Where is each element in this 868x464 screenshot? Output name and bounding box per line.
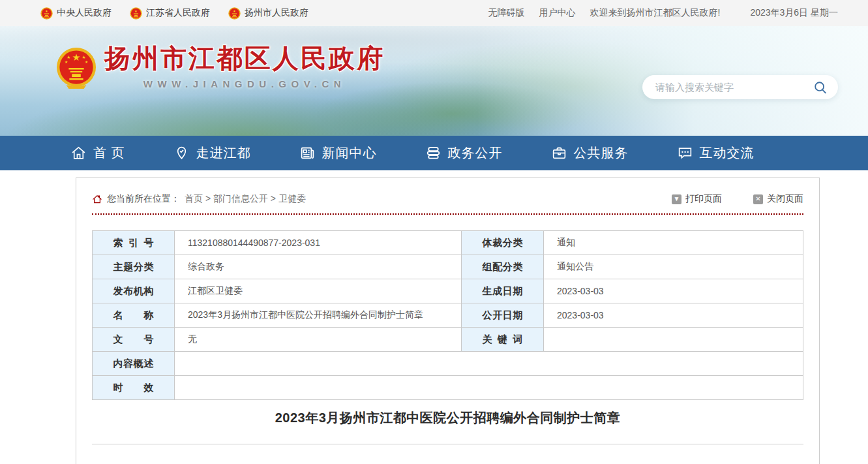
nav-label: 政务公开 xyxy=(448,144,503,162)
map-pin-icon xyxy=(173,145,190,161)
svg-text:★: ★ xyxy=(72,52,80,63)
gov-links: ★ 中央人民政府 ★ 江苏省人民政府 ★ 扬州市人民政府 xyxy=(40,7,308,20)
meta-label-cell: 发布机构 xyxy=(93,279,175,303)
gov-link-label: 中央人民政府 xyxy=(57,7,112,19)
site-brand[interactable]: ★ ★ ★ ★ ★ 扬州市江都区人民政府 WWW.JIANGDU.GOV.CN xyxy=(56,43,385,90)
chat-icon xyxy=(677,145,693,161)
meta-label-cell: 体裁分类 xyxy=(462,231,544,255)
meta-value-cell: 无 xyxy=(175,328,462,352)
site-banner: ★ ★ ★ ★ ★ 扬州市江都区人民政府 WWW.JIANGDU.GOV.CN xyxy=(0,26,868,136)
breadcrumb: 您当前所在位置： 首页 > 部门信息公开 > 卫健委 xyxy=(92,193,306,205)
svg-text:★: ★ xyxy=(65,60,68,64)
breadcrumb-prefix: 您当前所在位置： xyxy=(107,193,180,205)
breadcrumb-divider xyxy=(92,213,803,215)
link-jiangsu-gov[interactable]: ★ 江苏省人民政府 xyxy=(130,7,210,20)
meta-label-cell: 关键词 xyxy=(462,328,544,352)
link-yangzhou-gov[interactable]: ★ 扬州市人民政府 xyxy=(228,7,308,20)
meta-label-cell: 文号 xyxy=(93,328,175,352)
meta-value-cell: 综合政务 xyxy=(175,255,462,279)
breadcrumb-row: 您当前所在位置： 首页 > 部门信息公开 > 卫健委 ▼ 打印页面 ✕ 关闭页面 xyxy=(92,193,803,205)
svg-text:★: ★ xyxy=(134,8,138,12)
meta-value-cell xyxy=(544,328,803,352)
page-controls: ▼ 打印页面 ✕ 关闭页面 xyxy=(672,193,803,205)
print-icon: ▼ xyxy=(672,194,681,204)
meta-label-cell: 公开日期 xyxy=(462,303,544,328)
nav-about-jiangdu[interactable]: 走进江都 xyxy=(173,144,251,162)
topbar-right: 无障碍版 用户中心 欢迎来到扬州市江都区人民政府! 2023年3月6日 星期一 xyxy=(488,7,839,19)
briefcase-icon xyxy=(551,145,567,161)
nav-label: 走进江都 xyxy=(196,144,251,162)
meta-label-cell: 时效 xyxy=(93,376,175,400)
print-page-button[interactable]: ▼ 打印页面 xyxy=(672,193,722,205)
breadcrumb-separator: > xyxy=(268,193,278,204)
gov-link-label: 江苏省人民政府 xyxy=(146,7,210,19)
article-title: 2023年3月扬州市江都中医院公开招聘编外合同制护士简章 xyxy=(92,409,803,427)
breadcrumb-dept-info[interactable]: 部门信息公开 xyxy=(213,193,268,204)
nav-label: 互动交流 xyxy=(700,144,755,162)
site-title: 扬州市江都区人民政府 xyxy=(104,43,385,73)
table-row: 名称 2023年3月扬州市江都中医院公开招聘编外合同制护士简章 公开日期 202… xyxy=(93,303,803,328)
meta-value-cell: 江都区卫健委 xyxy=(175,279,462,303)
article-title-divider xyxy=(92,444,803,444)
nav-gov-disclosure[interactable]: 政务公开 xyxy=(425,144,503,162)
svg-text:★: ★ xyxy=(233,8,236,12)
gov-link-label: 扬州市人民政府 xyxy=(245,7,308,19)
close-label: 关闭页面 xyxy=(767,193,803,205)
accessibility-link[interactable]: 无障碍版 xyxy=(488,7,525,19)
meta-label-cell: 名称 xyxy=(93,303,175,328)
news-icon xyxy=(299,145,316,161)
svg-text:★: ★ xyxy=(67,55,70,59)
meta-value-cell: 2023年3月扬州市江都中医院公开招聘编外合同制护士简章 xyxy=(175,303,462,328)
meta-value-cell: 通知公告 xyxy=(544,255,803,279)
table-row: 索引号 113210880144490877-2023-031 体裁分类 通知 xyxy=(93,231,803,255)
meta-label-cell: 内容概述 xyxy=(93,352,175,376)
search-box xyxy=(642,75,838,99)
breadcrumb-separator: > xyxy=(203,193,213,204)
home-red-icon xyxy=(92,194,102,204)
meta-label-cell: 主题分类 xyxy=(93,255,175,279)
nav-label: 公共服务 xyxy=(574,144,629,162)
national-emblem-icon: ★ xyxy=(130,7,142,20)
close-page-button[interactable]: ✕ 关闭页面 xyxy=(753,193,803,205)
document-meta-table: 索引号 113210880144490877-2023-031 体裁分类 通知 … xyxy=(92,230,803,400)
search-input[interactable] xyxy=(655,82,812,93)
meta-label-cell: 组配分类 xyxy=(462,255,544,279)
brand-text: 扬州市江都区人民政府 WWW.JIANGDU.GOV.CN xyxy=(104,43,385,89)
nav-public-services[interactable]: 公共服务 xyxy=(551,144,629,162)
welcome-text: 欢迎来到扬州市江都区人民政府! xyxy=(590,7,721,19)
svg-text:★: ★ xyxy=(82,55,86,59)
table-row: 文号 无 关键词 xyxy=(93,328,803,352)
search-icon xyxy=(813,80,828,95)
meta-value-cell: 通知 xyxy=(544,231,803,255)
close-icon: ✕ xyxy=(753,194,763,204)
meta-value-cell xyxy=(175,352,803,376)
national-emblem-icon: ★ xyxy=(40,7,53,20)
gov-open-icon xyxy=(425,145,441,161)
breadcrumb-home[interactable]: 首页 xyxy=(185,193,203,204)
meta-value-cell: 2023-03-03 xyxy=(544,303,803,328)
link-central-gov[interactable]: ★ 中央人民政府 xyxy=(40,7,112,20)
nav-interaction[interactable]: 互动交流 xyxy=(677,144,755,162)
site-url: WWW.JIANGDU.GOV.CN xyxy=(104,78,385,89)
table-row: 发布机构 江都区卫健委 生成日期 2023-03-03 xyxy=(93,279,803,303)
home-icon xyxy=(70,145,87,161)
search-button[interactable] xyxy=(812,79,829,96)
nav-label: 新闻中心 xyxy=(322,144,377,162)
breadcrumb-health-committee[interactable]: 卫健委 xyxy=(278,193,306,204)
svg-text:★: ★ xyxy=(45,8,48,12)
current-date: 2023年3月6日 星期一 xyxy=(750,7,838,19)
nav-news-center[interactable]: 新闻中心 xyxy=(299,144,377,162)
table-row: 时效 xyxy=(93,376,803,400)
meta-value-cell: 2023-03-03 xyxy=(544,279,803,303)
nav-home[interactable]: 首 页 xyxy=(70,144,125,162)
print-label: 打印页面 xyxy=(685,193,722,205)
top-utility-bar: ★ 中央人民政府 ★ 江苏省人民政府 ★ 扬州市人民政府 无障碍版 用户中心 欢… xyxy=(0,0,868,26)
table-row: 主题分类 综合政务 组配分类 通知公告 xyxy=(93,255,803,279)
meta-label-cell: 生成日期 xyxy=(462,279,544,303)
national-emblem-icon: ★ xyxy=(228,7,241,20)
svg-text:★: ★ xyxy=(85,60,88,64)
user-center-link[interactable]: 用户中心 xyxy=(539,7,576,19)
meta-value-cell xyxy=(175,376,803,400)
main-nav: 首 页 走进江都 新闻中心 政务公开 公共服务 xyxy=(0,136,868,170)
table-row: 内容概述 xyxy=(93,352,803,376)
